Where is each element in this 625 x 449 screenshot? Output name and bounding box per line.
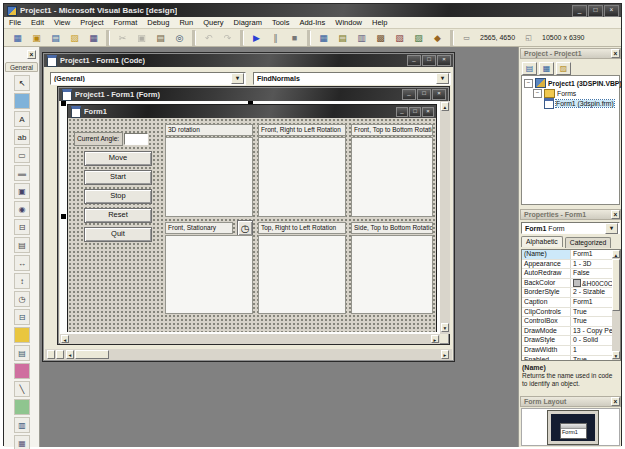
split-handle[interactable] — [56, 350, 64, 359]
toolbar-separator[interactable] — [106, 30, 110, 46]
(Name)[interactable]: (Name) Form1 — [522, 250, 620, 260]
component-manager-button[interactable]: ◆ — [429, 29, 446, 46]
add-form-button[interactable]: ▣ — [28, 29, 45, 46]
menu-item[interactable]: Run — [174, 18, 198, 27]
menu-item[interactable]: Format — [109, 18, 143, 27]
scrollbar-thumb[interactable] — [612, 259, 620, 311]
undo-button[interactable]: ↶ — [200, 29, 217, 46]
menu-item[interactable]: Help — [367, 18, 392, 27]
open-project-button[interactable]: ▨ — [66, 29, 83, 46]
designer-vertical-scrollbar[interactable]: ▴ ▾ — [440, 101, 450, 334]
data-tool[interactable]: ▥ — [14, 417, 30, 433]
add-project-button[interactable]: ▦ — [9, 29, 26, 46]
cut-button[interactable]: ✂ — [114, 29, 131, 46]
code-minimize-button[interactable]: _ — [407, 55, 421, 66]
ClipControls[interactable]: ClipControls True — [522, 308, 620, 318]
menu-item[interactable]: File — [4, 18, 26, 27]
end-button[interactable]: ■ — [286, 29, 303, 46]
vscrollbar-tool[interactable]: ↕ — [14, 273, 30, 289]
Appearance[interactable]: Appearance 1 - 3D — [522, 260, 620, 270]
panel-label-front-tb[interactable]: Front, Top to Bottom Rotation — [351, 124, 433, 136]
panel-label-side-tb[interactable]: Side, Top to Bottom Rotation — [351, 222, 433, 234]
menu-item[interactable]: Debug — [142, 18, 174, 27]
menu-item[interactable]: Add-Ins — [294, 18, 330, 27]
menu-item[interactable]: Query — [198, 18, 228, 27]
form-layout-button[interactable]: ▥ — [353, 29, 370, 46]
form-layout-titlebar[interactable]: Form Layout — [520, 396, 621, 407]
menu-item[interactable]: Tools — [267, 18, 295, 27]
break-button[interactable]: ∥ — [267, 29, 284, 46]
panel-label-front-rl[interactable]: Front, Right to Left Rotation — [258, 124, 346, 136]
start-button[interactable]: ▶ — [248, 29, 265, 46]
toolbox-button[interactable]: ▧ — [391, 29, 408, 46]
pointer-tool[interactable]: ↖ — [14, 75, 30, 91]
properties-window-button[interactable]: ▤ — [334, 29, 351, 46]
Caption[interactable]: Caption Form1 — [522, 298, 620, 308]
selection-handle[interactable] — [61, 101, 66, 106]
menu-item[interactable]: Window — [330, 18, 367, 27]
picturebox-side-tb[interactable] — [351, 235, 433, 314]
quit-button[interactable]: Quit — [84, 227, 152, 242]
stop-button[interactable]: Stop — [84, 189, 152, 204]
form-minimize-button[interactable]: _ — [402, 89, 416, 100]
copy-button[interactable]: ▣ — [133, 29, 150, 46]
object-combobox[interactable]: (General) ▾ — [50, 72, 246, 85]
tree-item-forms-folder[interactable]: − Forms — [522, 88, 619, 98]
save-project-button[interactable]: ▦ — [85, 29, 102, 46]
form1-client[interactable]: Current Angle: MoveStartStopResetQuit 3D… — [68, 118, 436, 332]
properties-tab[interactable]: Categorized — [565, 237, 612, 248]
combobox-tool[interactable]: ⊟ — [14, 219, 30, 235]
find-button[interactable]: ◎ — [171, 29, 188, 46]
scroll-left-icon[interactable]: ◂ — [66, 350, 74, 359]
toolbar-separator[interactable] — [240, 30, 244, 46]
menu-item[interactable]: Project — [75, 18, 108, 27]
properties-scrollbar[interactable]: ▴ ▾ — [612, 250, 621, 360]
scroll-right-icon[interactable]: ▸ — [431, 335, 439, 343]
scroll-down-icon[interactable]: ▾ — [612, 351, 620, 359]
menu-item[interactable]: Edit — [26, 18, 49, 27]
toolbox-close-icon[interactable]: × — [27, 50, 36, 59]
view-code-button[interactable]: ▤ — [522, 62, 537, 75]
line-tool[interactable]: ╲ — [14, 381, 30, 397]
procedure-combobox[interactable]: FindNormals ▾ — [253, 72, 451, 85]
current-angle-input[interactable] — [124, 133, 148, 145]
panel-label-top-rl[interactable]: Top, Right to Left Rotation — [258, 222, 346, 234]
code-window-titlebar[interactable]: Project1 - Form1 (Code) _ □ × — [44, 54, 453, 67]
properties-tab[interactable]: Alphabetic — [521, 236, 563, 247]
picturebox-top-rl[interactable] — [258, 235, 346, 314]
AutoRedraw[interactable]: AutoRedraw False — [522, 269, 620, 279]
form-layout-form[interactable]: Form1 — [560, 423, 587, 439]
toolbox-general-tab[interactable]: General — [5, 62, 38, 72]
frame-tool[interactable]: ▭ — [14, 147, 30, 163]
start-button[interactable]: Start — [84, 170, 152, 185]
form-window-titlebar[interactable]: Project1 - Form1 (Form) _ □ × — [59, 88, 448, 101]
scrollbar-thumb[interactable] — [75, 350, 109, 359]
menu-item[interactable]: Diagram — [229, 18, 267, 27]
ControlBox[interactable]: ControlBox True — [522, 317, 620, 327]
picturebox-front-tb[interactable] — [351, 137, 433, 217]
chevron-down-icon[interactable]: ▾ — [605, 223, 618, 234]
shape-tool[interactable] — [14, 363, 30, 379]
toolbar-separator[interactable] — [307, 30, 311, 46]
optionbutton-tool[interactable]: ◉ — [14, 201, 30, 217]
toolbar-separator[interactable] — [192, 30, 196, 46]
object-selector-combobox[interactable]: Form1 Form ▾ — [521, 222, 620, 234]
Enabled[interactable]: Enabled True — [522, 356, 620, 361]
tree-item-form1[interactable]: Form1 (3dspin.frm) — [522, 98, 619, 108]
panel-label-3d-rotation[interactable]: 3D rotation — [165, 124, 253, 136]
properties-panel-titlebar[interactable]: Properties - Form1 — [520, 209, 621, 220]
form1-minimize-button[interactable]: _ — [396, 107, 408, 117]
picturebox-front-rl[interactable] — [258, 137, 346, 217]
project-panel-titlebar[interactable]: Project - Project1 — [520, 48, 621, 59]
drivelistbox-tool[interactable]: ⊟ — [14, 309, 30, 325]
timer-tool[interactable]: ◷ — [14, 291, 30, 307]
main-titlebar[interactable]: Project1 - Microsoft Visual Basic [desig… — [4, 4, 621, 17]
minimize-button[interactable]: _ — [572, 5, 587, 17]
menu-editor-button[interactable]: ▤ — [47, 29, 64, 46]
split-handle[interactable] — [47, 350, 55, 359]
hscrollbar-tool[interactable]: ↔ — [14, 255, 30, 271]
scroll-right-icon[interactable]: ▸ — [441, 350, 449, 359]
scroll-up-icon[interactable]: ▴ — [441, 102, 449, 111]
commandbutton-tool[interactable]: ▬ — [14, 165, 30, 181]
form1-maximize-button[interactable]: □ — [409, 107, 421, 117]
